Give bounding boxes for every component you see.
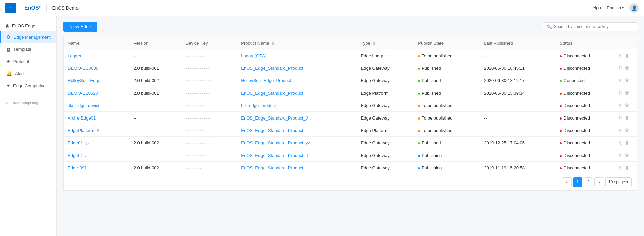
product-name-link[interactable]: EnOS_Edge_Standard_Product [241,66,303,71]
avatar[interactable]: 👤 [629,3,639,13]
product-name-link[interactable]: EnOS_Edge_Standard_Product [241,128,303,133]
language-menu[interactable]: English ▾ [607,5,624,10]
new-edge-button[interactable]: New Edge [63,22,97,32]
delete-icon[interactable]: 🗑 [625,153,630,158]
edge-name-link[interactable]: Edge01_J [68,153,88,158]
product-name-link[interactable]: hlx_edge_product [241,103,276,108]
cell-name: EdgePlatform_KL [64,124,130,137]
edge-name-link[interactable]: EdgePlatform_KL [68,128,102,133]
edge-name-link[interactable]: HolleySoft_Edge [68,78,100,83]
cell-type: Edge Platform [357,87,414,99]
cell-last-published: 2019-11-19 15:20:58 [480,162,556,174]
edge-name-link[interactable]: ArcherEdge01 [68,115,96,121]
col-type[interactable]: Type ⇅ [357,37,414,49]
sidebar-item-edge-management[interactable]: ⚙ Edge Management [0,31,56,43]
status-dot [560,68,562,70]
cell-publish-state: Publishing [414,149,480,162]
cell-version: -- [130,124,182,137]
sidebar-item-protocol[interactable]: ◈ Protocol [0,55,56,67]
col-name: Name [64,37,130,49]
sidebar-item-template[interactable]: ▦ Template [0,43,56,55]
app-name: EnOS Demo [52,5,79,11]
publish-state-dot [418,142,420,144]
delete-icon[interactable]: 🗑 [625,65,630,71]
product-name-link[interactable]: EnOS_Edge_Standard_Product_J [241,153,308,158]
header-right: Help ▾ English ▾ 👤 [590,3,639,13]
search-input[interactable] [554,24,634,29]
toolbar: New Edge 🔍 [63,22,637,32]
delete-icon[interactable]: 🗑 [625,90,630,96]
copy-icon[interactable]: ⎘ [619,90,622,96]
cell-status: Disconnected [556,149,615,162]
delete-icon[interactable]: 🗑 [625,140,630,145]
col-publish-state: Publish State [414,37,480,49]
sidebar-item-label: Protocol [13,59,29,64]
product-name-link[interactable]: EnOS_Edge_Standard_Product [241,165,303,170]
delete-icon[interactable]: 🗑 [625,78,630,83]
delete-icon[interactable]: 🗑 [625,128,630,133]
copy-icon[interactable]: ⎘ [619,53,622,58]
col-product-name[interactable]: Product Name ⇅ [237,37,357,49]
product-name-link[interactable]: EnOS_Edge_Standard_Product_yz [241,140,310,145]
cell-type: Edge Gateway [357,74,414,87]
product-name-link[interactable]: HolleySoft_Edge_Product [241,78,291,83]
copy-icon[interactable]: ⎘ [619,165,622,170]
cell-last-published: -- [480,49,556,62]
cell-name: DEMO-EE0628 [64,87,130,99]
product-name-link[interactable]: EnOS_Edge_Standard_Product_J [241,115,308,121]
home-icon[interactable]: ⌂ [5,3,16,13]
cell-status: Disconnected [556,62,615,74]
sidebar-item-alert[interactable]: 🔔 Alert [0,67,56,79]
status-dot [560,80,562,82]
page-1-button[interactable]: 1 [573,177,582,187]
per-page-select[interactable]: 10 / page ▾ [605,177,632,187]
copy-icon[interactable]: ⎘ [619,140,622,145]
prev-page-button[interactable]: ‹ [562,177,572,187]
sidebar-item-edge-computing[interactable]: ✦ Edge Computing [0,79,56,92]
next-page-button[interactable]: › [594,177,604,187]
edge-name-link[interactable]: DEMO-EG0630 [68,66,98,71]
cell-product-name: Loggre(OTA) [237,49,357,62]
cell-type: Edge Gateway [357,149,414,162]
edge-name-link[interactable]: Logger [68,53,81,58]
edge-name-link[interactable]: DEMO-EE0628 [68,91,98,96]
copy-icon[interactable]: ⎘ [619,65,622,71]
copy-icon[interactable]: ⎘ [619,103,622,108]
page-2-button[interactable]: 2 [584,177,593,187]
copy-icon[interactable]: ⎘ [619,153,622,158]
cell-actions: ⎘ 🗑 [615,87,637,99]
cell-type: Edge Gateway [357,137,414,149]
cell-product-name: EnOS_Edge_Standard_Product_yz [237,137,357,149]
table-container: Name Version Device Key Product Name ⇅ T… [63,37,637,191]
cell-version: -- [130,99,182,112]
cell-name: DEMO-EG0630 [64,62,130,74]
publish-state-dot [418,117,420,120]
sidebar-item-label: Edge Management [13,35,51,40]
cell-actions: ⎘ 🗑 [615,99,637,112]
delete-icon[interactable]: 🗑 [625,103,630,108]
cell-actions: ⎘ 🗑 [615,62,637,74]
status-dot [560,130,562,132]
copy-icon[interactable]: ⎘ [619,128,622,133]
cell-publish-state: Published [414,74,480,87]
cell-product-name: EnOS_Edge_Standard_Product_J [237,112,357,124]
edge-name-link[interactable]: hlx_edge_device [68,103,101,108]
delete-icon[interactable]: 🗑 [625,53,630,58]
table-row: Edge01_J--••••••••••••EnOS_Edge_Standard… [64,149,637,162]
cell-version: -- [130,149,182,162]
delete-icon[interactable]: 🗑 [625,115,630,121]
help-menu[interactable]: Help ▾ [590,5,602,10]
publish-state-dot [418,93,420,95]
product-name-link[interactable]: Loggre(OTA) [241,53,266,58]
copy-icon[interactable]: ⎘ [619,78,622,83]
edge-name-link[interactable]: Edge-0911 [68,165,89,170]
product-name-link[interactable]: EnOS_Edge_Standard_Product [241,91,303,96]
cell-publish-state: Publishing [414,162,480,174]
protocol-icon: ◈ [6,59,10,64]
edge-name-link[interactable]: Edge01_yz [68,140,90,145]
copy-icon[interactable]: ⎘ [619,115,622,121]
status-dot [560,155,562,157]
delete-icon[interactable]: 🗑 [625,165,630,170]
publish-state-dot [418,130,420,132]
cell-actions: ⎘ 🗑 [615,74,637,87]
